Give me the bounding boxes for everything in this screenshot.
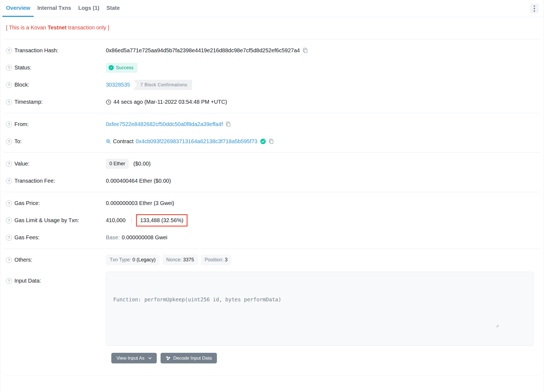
help-icon[interactable]: ? (6, 235, 12, 241)
block-number-link[interactable]: 30328535 (106, 82, 130, 88)
section-addresses: ? From: 0xfee7522e8482682cf50ddc50a0f8da… (0, 113, 544, 152)
txn-type-pill: Txn Type: 0 (Legacy) (106, 255, 159, 265)
row-transaction-fee: ? Transaction Fee: 0.000400464 Ether ($0… (0, 172, 544, 189)
gas-separator: | (131, 218, 132, 223)
gas-base-label: Base: (106, 234, 120, 241)
section-overview-top: ? Transaction Hash: 0x86ed5a771e725aa94d… (0, 39, 544, 113)
row-transaction-hash: ? Transaction Hash: 0x86ed5a771e725aa94d… (0, 42, 544, 59)
timestamp-label: Timestamp: (14, 99, 43, 105)
help-icon[interactable]: ? (6, 257, 12, 263)
row-block: ? Block: 30328535 7 Block Confirmations (0, 76, 544, 93)
help-icon[interactable]: ? (6, 48, 12, 54)
testnet-notice: [ This is a Kovan Testnet transaction on… (0, 17, 544, 39)
row-to: ? To: Contract 0x4cb093f226983713164a621… (0, 133, 544, 150)
to-label: To: (14, 138, 22, 145)
row-others: ? Others: Txn Type: 0 (Legacy) Nonce: 33… (0, 251, 544, 268)
decode-input-data-button[interactable]: Decode Input Data (161, 353, 217, 363)
decode-input-data-label: Decode Input Data (173, 356, 212, 361)
txn-type-label: Txn Type: (110, 257, 131, 262)
help-icon[interactable]: ? (6, 200, 12, 206)
gas-limit-label: Gas Limit & Usage by Txn: (14, 217, 79, 223)
decode-icon (166, 356, 171, 361)
row-gas-limit-usage: ? Gas Limit & Usage by Txn: 410,000 | 13… (0, 212, 544, 229)
testnet-notice-suffix: transaction only ] (67, 24, 109, 30)
view-input-as-button[interactable]: View Input As (111, 353, 157, 363)
verified-contract-icon (260, 139, 266, 144)
row-timestamp: ? Timestamp: 44 secs ago (Mar-11-2022 03… (0, 93, 544, 111)
gas-base-value: 0.000000008 Gwei (122, 234, 167, 241)
section-gas: ? Gas Price: 0.000000003 Ether (3 Gwei) … (0, 192, 544, 249)
gas-fees-label: Gas Fees: (14, 234, 39, 241)
input-data-textarea[interactable]: Function: performUpkeep(uint256 id, byte… (106, 272, 534, 346)
testnet-notice-bold: Testnet (48, 24, 67, 30)
block-label: Block: (14, 82, 29, 88)
transaction-hash-value: 0x86ed5a771e725aa94d5b7fa2398e4419e216d8… (106, 47, 300, 54)
kebab-dot-icon (534, 10, 535, 12)
row-input-data: ? Input Data: Function: performUpkeep(ui… (0, 272, 544, 346)
copy-icon[interactable] (226, 121, 231, 127)
tab-bar: Overview Internal Txns Logs (1) State (0, 0, 544, 17)
from-label: From: (14, 121, 29, 127)
copy-icon[interactable] (303, 48, 308, 53)
more-options-button[interactable] (530, 4, 539, 13)
row-status: ? Status: ✓ Success (0, 59, 544, 76)
transaction-fee-value: 0.000400464 Ether ($0.00) (106, 178, 171, 184)
position-value: 3 (225, 257, 228, 262)
tab-logs[interactable]: Logs (1) (75, 0, 103, 17)
help-icon[interactable]: ? (6, 178, 12, 184)
section-others-input: ? Others: Txn Type: 0 (Legacy) Nonce: 33… (0, 249, 544, 366)
card-bottom-divider (4, 376, 540, 376)
zoom-in-icon[interactable] (106, 139, 111, 144)
status-label: Status: (14, 65, 31, 71)
help-icon[interactable]: ? (6, 99, 12, 105)
help-icon[interactable]: ? (6, 65, 12, 71)
chevron-down-icon (148, 357, 152, 359)
block-confirmations-badge: 7 Block Confirmations (133, 80, 192, 90)
row-gas-price: ? Gas Price: 0.000000003 Ether (3 Gwei) (0, 195, 544, 212)
kebab-dot-icon (534, 5, 535, 7)
help-icon[interactable]: ? (6, 139, 12, 145)
gas-price-label: Gas Price: (14, 200, 40, 206)
help-icon[interactable]: ? (6, 218, 12, 223)
tab-state[interactable]: State (103, 0, 123, 17)
help-icon[interactable]: ? (6, 121, 12, 127)
transaction-fee-label: Transaction Fee: (14, 178, 55, 184)
resize-handle[interactable] (495, 307, 532, 344)
row-gas-fees: ? Gas Fees: Base: 0.000000008 Gwei (0, 229, 544, 246)
help-icon[interactable]: ? (6, 82, 12, 88)
input-function-line: Function: performUpkeep(uint256 id, byte… (113, 295, 533, 304)
gas-usage-annotation-box: 133,488 (32.56%) (136, 214, 188, 226)
tab-internal-txns[interactable]: Internal Txns (34, 0, 75, 17)
testnet-notice-prefix: [ This is a Kovan (6, 24, 48, 30)
from-address-link[interactable]: 0xfee7522e8482682cf50ddc50a0f8da2a39effa… (106, 121, 223, 127)
view-input-as-label: View Input As (116, 356, 145, 361)
help-icon[interactable]: ? (6, 161, 12, 167)
transaction-hash-label: Transaction Hash: (14, 47, 59, 54)
timestamp-value: 44 secs ago (Mar-11-2022 03:54:48 PM +UT… (113, 99, 227, 105)
status-badge: ✓ Success (106, 63, 137, 73)
value-label: Value: (14, 161, 29, 167)
value-ether-badge: 0 Ether (106, 159, 129, 169)
to-contract-word: Contract (113, 138, 134, 145)
position-label: Position: (205, 257, 223, 262)
gas-price-value: 0.000000003 Ether (3 Gwei) (106, 200, 174, 206)
position-pill: Position: 3 (201, 255, 231, 265)
status-badge-text: Success (116, 65, 133, 71)
section-value-fee: ? Value: 0 Ether ($0.00) ? Transaction F… (0, 153, 544, 192)
nonce-label: Nonce: (166, 257, 182, 262)
copy-icon[interactable] (269, 139, 274, 144)
help-icon[interactable]: ? (6, 278, 12, 284)
row-from: ? From: 0xfee7522e8482682cf50ddc50a0f8da… (0, 116, 544, 133)
kebab-dot-icon (534, 8, 535, 9)
row-value: ? Value: 0 Ether ($0.00) (0, 155, 544, 172)
transaction-details-card: Overview Internal Txns Logs (1) State [ … (0, 0, 544, 392)
gas-limit-value: 410,000 (106, 217, 125, 223)
others-label: Others: (14, 257, 32, 263)
to-address-link[interactable]: 0x4cb093f226983713164a62138c3f718a5b595f… (136, 138, 257, 145)
input-data-label: Input Data: (14, 278, 41, 284)
value-usd: ($0.00) (133, 161, 150, 167)
tab-overview[interactable]: Overview (2, 0, 34, 17)
input-data-actions: View Input As Decode Input Data (111, 353, 544, 363)
nonce-value: 3375 (183, 257, 194, 262)
nonce-pill: Nonce: 3375 (162, 255, 198, 265)
